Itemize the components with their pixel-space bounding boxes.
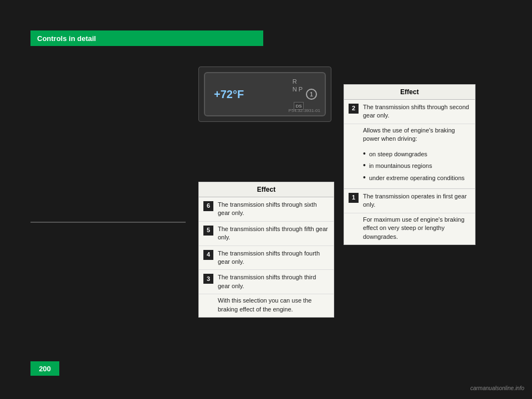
gear-badge-5: 5 [203,226,213,236]
gear-badge-2: 2 [349,104,359,114]
bullet-text-1: on steep downgrades [369,149,427,160]
gear-badge-4: 4 [203,250,213,260]
page-number-badge: 200 [30,361,59,376]
header-bar: Controls in detail [30,30,263,46]
bullet-item: • on steep downgrades [363,149,470,160]
table-row: 2 The transmission shifts through second… [344,100,475,124]
gear-5-text: The transmission shifts through fifth ge… [218,225,329,242]
gear-2-text: The transmission shifts through second g… [363,103,470,120]
side-decoration [30,222,186,223]
gear-badge-3: 3 [203,274,213,284]
bullet-icon: • [363,173,366,182]
table-right-header: Effect [344,85,475,100]
gear-badge-6: 6 [203,201,213,211]
bullet-item: • under extreme operating conditions [363,173,470,184]
gear-3-text: The transmission shifts through third ge… [218,273,329,290]
table-row: 3 The transmission shifts through third … [199,270,334,294]
gear-badge-1: 1 [349,193,359,203]
page-number-text: 200 [39,365,51,373]
table-row: 1 The transmission operates in first gea… [344,188,475,213]
table-row: 6 The transmission shifts through sixth … [199,197,334,222]
watermark-text: carmanualsonline.info [470,385,524,391]
dashboard-display: +72°F R N P 1 DS P54.32-3931-01 [204,72,326,116]
table-row: 4 The transmission shifts through fourth… [199,246,334,270]
header-title: Controls in detail [37,34,96,43]
bullet-text-3: under extreme operating conditions [369,173,464,184]
watermark: carmanualsonline.info [470,385,524,391]
effect-table-right: Effect 2 The transmission shifts through… [344,84,475,245]
gear-1-extra: For maximum use of engine's braking effe… [344,213,475,244]
table-row: 5 The transmission shifts through fifth … [199,222,334,246]
bullet-icon: • [363,161,366,170]
gear-4-text: The transmission shifts through fourth g… [218,249,329,267]
bullet-text-2: in mountainous regions [369,161,432,172]
gear-r: R [293,78,303,85]
gear-1-text: The transmission operates in first gear … [363,192,470,209]
table-left-header: Effect [199,182,334,197]
gear-6-text: The transmission shifts through sixth ge… [218,201,329,218]
gear-2-intro: Allows the use of engine's braking power… [344,124,475,147]
gear-3-extra: With this selection you can use the brak… [199,294,334,317]
bullet-icon: • [363,149,366,158]
dashboard-image: +72°F R N P 1 DS P54.32-3931-01 [198,66,331,122]
image-ref: P54.32-3931-01 [289,108,320,113]
gear-display: R N P [293,78,303,94]
gear-np: N P [293,85,303,93]
gear-2-bullets: • on steep downgrades • in mountainous r… [344,147,475,188]
bullet-item: • in mountainous regions [363,161,470,172]
indicator-circle: 1 [306,89,317,100]
temperature-display: +72°F [214,88,244,101]
effect-table-left: Effect 6 The transmission shifts through… [198,182,334,318]
